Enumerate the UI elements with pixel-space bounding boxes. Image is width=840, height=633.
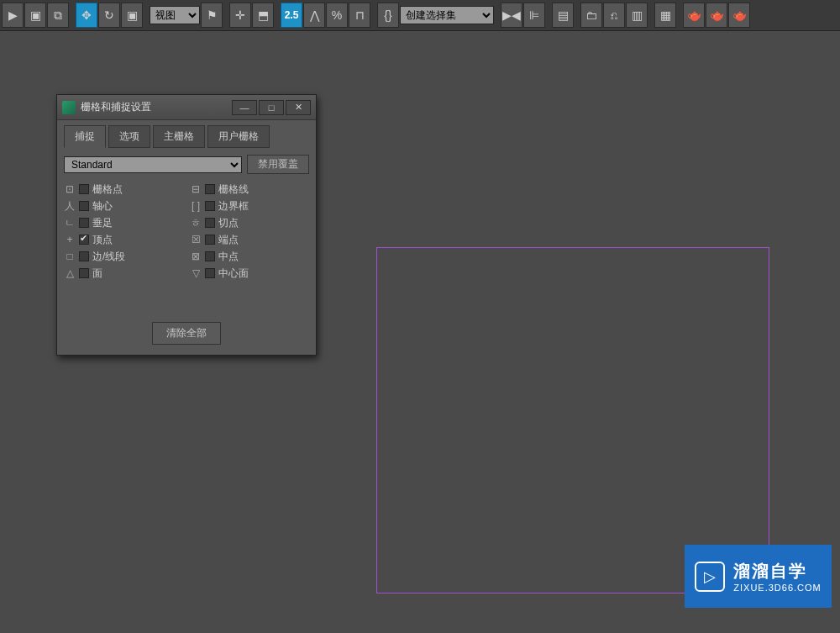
teapot2-icon: 🫖	[710, 8, 724, 22]
select-arrow-btn[interactable]: ▶	[2, 3, 24, 28]
move-btn[interactable]: ✥	[76, 3, 97, 28]
mat-icon: ▥	[632, 8, 643, 22]
snap-edge: □边/线段	[64, 248, 183, 265]
layer-icon: ▤	[558, 8, 569, 22]
snap-centerface: ▽中心面	[190, 265, 309, 282]
maximize-button[interactable]: □	[259, 100, 284, 115]
watermark-sub: ZIXUE.3D66.COM	[733, 583, 821, 593]
pivot-icon: ⚑	[207, 8, 218, 22]
play-icon: ▷	[695, 562, 725, 592]
align-btn[interactable]: ⊫	[523, 3, 545, 28]
main-toolbar: ▶ ▣ ⧉ ✥ ↻ ▣ 视图 ⚑ ✛ ⬒ 2.5 ⋀ % ⊓ {} 创建选择集 …	[0, 0, 840, 31]
keyboard-btn[interactable]: ⬒	[252, 3, 274, 28]
tab-home-grid[interactable]: 主栅格	[153, 125, 205, 148]
perp-icon: ㄴ	[64, 216, 76, 230]
snap-grid-points: ⊡栅格点	[64, 181, 183, 198]
snap-tangent: ㅎ切点	[190, 214, 309, 231]
manip-icon: ✛	[235, 8, 245, 22]
minimize-button[interactable]: —	[232, 100, 257, 115]
edge-icon: □	[64, 251, 76, 262]
snap-endpoint-check[interactable]	[205, 235, 215, 245]
snap-face-check[interactable]	[79, 268, 89, 278]
region-icon: ▣	[30, 8, 41, 22]
graph-icon: ⎌	[611, 8, 617, 22]
teapot3-icon: 🫖	[732, 8, 747, 22]
spinner-icon: ⊓	[355, 8, 365, 22]
tab-user-grids[interactable]: 用户栅格	[207, 125, 270, 148]
snap-25-icon: 2.5	[285, 9, 299, 21]
snap-centerface-check[interactable]	[205, 268, 215, 278]
mirror-icon: ▶◀	[502, 8, 521, 22]
snap-bbox-check[interactable]	[205, 201, 215, 211]
tab-snap[interactable]: 捕捉	[64, 125, 106, 148]
snap-edge-check[interactable]	[79, 251, 89, 261]
curve-editor-btn[interactable]: 🗀	[580, 3, 602, 28]
snap-col-right: ⊟栅格线 [ ]边界框 ㅎ切点 ☒端点 ⊠中点 ▽中心面	[190, 181, 309, 282]
mat-editor-btn[interactable]: ▥	[626, 3, 648, 28]
render-prod-btn[interactable]: 🫖	[706, 3, 727, 28]
named-sel-btn[interactable]: {}	[377, 3, 399, 28]
snap-perpendicular: ㄴ垂足	[64, 214, 183, 231]
midpoint-icon: ⊠	[190, 251, 202, 262]
snap-tangent-check[interactable]	[205, 218, 215, 228]
override-button[interactable]: 禁用覆盖	[247, 155, 309, 174]
arrow-icon: ▶	[8, 8, 18, 22]
centerface-icon: ▽	[190, 267, 202, 279]
dialog-tabs: 捕捉 选项 主栅格 用户栅格	[64, 125, 309, 148]
render-iter-btn[interactable]: 🫖	[728, 3, 750, 28]
brace-icon: {}	[384, 8, 391, 22]
select-window-btn[interactable]: ⧉	[47, 3, 69, 28]
snap-type-combo[interactable]: Standard	[64, 156, 242, 173]
percent-icon: %	[332, 8, 342, 22]
folder-icon: 🗀	[585, 8, 597, 22]
selected-rectangle-object[interactable]	[376, 247, 769, 593]
reference-coord-select[interactable]: 视图	[150, 6, 200, 24]
vertex-icon: +	[64, 234, 76, 245]
schematic-btn[interactable]: ⎌	[603, 3, 625, 28]
bbox-icon: [ ]	[190, 200, 202, 212]
watermark-text: 溜溜自学 ZIXUE.3D66.COM	[733, 560, 821, 593]
percent-snap-btn[interactable]: %	[326, 3, 348, 28]
snap-col-left: ⊡栅格点 人轴心 ㄴ垂足 +顶点 □边/线段 △面	[64, 181, 183, 282]
snap-vertex-check[interactable]	[79, 235, 89, 245]
render-setup-btn[interactable]: ▦	[654, 3, 676, 28]
spinner-snap-btn[interactable]: ⊓	[349, 3, 370, 28]
rotate-icon: ↻	[104, 8, 114, 22]
selection-set-select[interactable]: 创建选择集	[400, 6, 494, 24]
tangent-icon: ㅎ	[190, 216, 202, 230]
snap-pivot-check[interactable]	[79, 201, 89, 211]
close-button[interactable]: ✕	[286, 100, 311, 115]
snap-type-row: Standard 禁用覆盖	[64, 155, 309, 174]
mirror-btn[interactable]: ▶◀	[501, 3, 522, 28]
layer-btn[interactable]: ▤	[552, 3, 574, 28]
snap-perp-check[interactable]	[79, 218, 89, 228]
rotate-btn[interactable]: ↻	[98, 3, 120, 28]
tab-options[interactable]: 选项	[108, 125, 150, 148]
clear-all-button[interactable]: 清除全部	[152, 322, 221, 345]
snap-pivot: 人轴心	[64, 198, 183, 214]
window-icon: ⧉	[54, 8, 62, 23]
teapot1-icon: 🫖	[687, 8, 701, 22]
snap-toggle-btn[interactable]: 2.5	[281, 3, 302, 28]
endpoint-icon: ☒	[190, 234, 202, 245]
snap-vertex: +顶点	[64, 231, 183, 248]
scale-btn[interactable]: ▣	[121, 3, 143, 28]
snap-grid-points-check[interactable]	[79, 184, 89, 194]
manip-btn[interactable]: ✛	[229, 3, 251, 28]
watermark: ▷ 溜溜自学 ZIXUE.3D66.COM	[685, 545, 832, 608]
render-frame-btn[interactable]: 🫖	[683, 3, 705, 28]
snap-bbox: [ ]边界框	[190, 198, 309, 214]
angle-icon: ⋀	[310, 8, 319, 22]
dialog-title: 栅格和捕捉设置	[81, 100, 230, 114]
face-icon: △	[64, 267, 76, 279]
pivot-btn[interactable]: ⚑	[201, 3, 223, 28]
snap-face: △面	[64, 265, 183, 282]
dialog-body: 捕捉 选项 主栅格 用户栅格 Standard 禁用覆盖 ⊡栅格点 人轴心 ㄴ垂…	[57, 120, 316, 355]
watermark-main: 溜溜自学	[733, 560, 821, 583]
angle-snap-btn[interactable]: ⋀	[303, 3, 325, 28]
select-region-btn[interactable]: ▣	[24, 3, 46, 28]
snap-grid-lines: ⊟栅格线	[190, 181, 309, 198]
dialog-titlebar[interactable]: 栅格和捕捉设置 — □ ✕	[57, 95, 316, 120]
snap-grid-lines-check[interactable]	[205, 184, 215, 194]
snap-midpoint-check[interactable]	[205, 251, 215, 261]
